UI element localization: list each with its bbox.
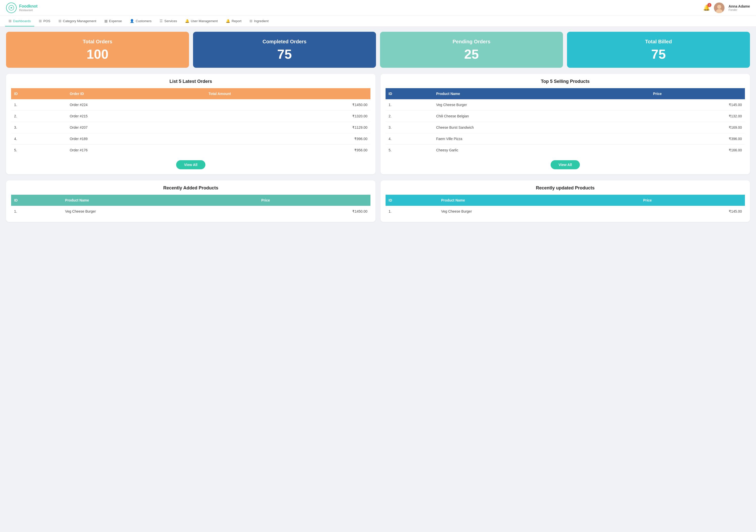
col-tp-price: Price <box>650 88 745 99</box>
cell-product-name: Veg Cheese Burger <box>438 206 640 217</box>
table-row: 1. Order #224 ₹1450.00 <box>11 99 370 111</box>
nav-pos[interactable]: ⊞ POS <box>35 16 54 26</box>
cell-amount: ₹1320.00 <box>206 111 370 122</box>
stat-label-pending-orders: Pending Orders <box>386 39 557 44</box>
svg-point-2 <box>717 5 721 9</box>
stats-grid: Total Orders 100 Completed Orders 75 Pen… <box>6 32 750 68</box>
cell-price: ₹1450.00 <box>258 206 370 217</box>
pos-icon: ⊞ <box>39 19 42 23</box>
top-products-view-all[interactable]: View All <box>551 160 580 169</box>
table-row: 1. Veg Cheese Burger ₹145.00 <box>386 206 745 217</box>
cell-price: ₹166.00 <box>650 145 745 156</box>
nav-label-report: Report <box>231 19 241 23</box>
stat-value-completed-orders: 75 <box>199 48 370 61</box>
top-products-body: 1. Veg Cheese Burger ₹145.00 2. Chili Ch… <box>386 99 745 156</box>
nav-label-expense: Expense <box>109 19 122 23</box>
cell-price: ₹169.00 <box>650 122 745 133</box>
table-row: 1. Veg Cheese Burger ₹145.00 <box>386 99 745 111</box>
recently-added-title: Recently Added Products <box>11 185 370 191</box>
recently-added-section: Recently Added Products ID Product Name … <box>6 180 375 222</box>
notification-badge: 3 <box>707 3 712 7</box>
recently-updated-table: ID Product Name Price 1. Veg Cheese Burg… <box>386 195 745 217</box>
nav-category-management[interactable]: ⊞ Category Management <box>55 16 100 26</box>
nav-user-management[interactable]: 🔔 User Management <box>181 16 221 26</box>
col-ru-id: ID <box>386 195 438 206</box>
logo-text: Foodknot Restaurant <box>19 4 38 12</box>
cell-price: ₹145.00 <box>640 206 745 217</box>
col-id: ID <box>11 88 67 99</box>
nav-label-category: Category Management <box>63 19 96 23</box>
latest-orders-body: 1. Order #224 ₹1450.00 2. Order #215 ₹13… <box>11 99 370 156</box>
category-icon: ⊞ <box>59 19 62 23</box>
top-products-title: Top 5 Selling Products <box>386 79 745 84</box>
stat-pending-orders: Pending Orders 25 <box>380 32 563 68</box>
stat-value-total-billed: 75 <box>573 48 744 61</box>
cell-id: 1. <box>11 206 62 217</box>
cell-product-name: Veg Cheese Burger <box>62 206 258 217</box>
nav-customers[interactable]: 👤 Customers <box>126 16 155 26</box>
nav-label-dashboards: Dashboards <box>13 19 31 23</box>
cell-product-name: Veg Cheese Burger <box>433 99 650 111</box>
nav-label-customers: Customers <box>136 19 151 23</box>
table-row: 5. Order #176 ₹956.00 <box>11 145 370 156</box>
navbar: ⊞ Dashboards ⊞ POS ⊞ Category Management… <box>0 16 756 27</box>
latest-orders-table: ID Order ID Total Amount 1. Order #224 ₹… <box>11 88 370 156</box>
user-role: Fonder <box>729 8 750 11</box>
top-products-section: Top 5 Selling Products ID Product Name P… <box>381 74 750 174</box>
col-order-id: Order ID <box>67 88 206 99</box>
nav-dashboards[interactable]: ⊞ Dashboards <box>5 16 34 26</box>
nav-report[interactable]: 🔔 Report <box>222 16 245 26</box>
header-right: 🔔 3 Anna Adame Fonder <box>703 3 750 13</box>
notification-bell[interactable]: 🔔 3 <box>703 5 710 11</box>
cell-amount: ₹996.00 <box>206 133 370 145</box>
cell-id: 1. <box>11 99 67 111</box>
header: Foodknot Restaurant 🔔 3 Anna Adame Fonde… <box>0 0 756 16</box>
nav-services[interactable]: ☰ Services <box>156 16 180 26</box>
cell-id: 3. <box>11 122 67 133</box>
cell-order-id: Order #215 <box>67 111 206 122</box>
nav-expense[interactable]: ▦ Expense <box>101 16 125 26</box>
col-ra-name: Product Name <box>62 195 258 206</box>
tables-row: List 5 Latest Orders ID Order ID Total A… <box>6 74 750 174</box>
cell-id: 3. <box>386 122 433 133</box>
stat-total-orders: Total Orders 100 <box>6 32 189 68</box>
expense-icon: ▦ <box>104 19 108 23</box>
recently-added-table: ID Product Name Price 1. Veg Cheese Burg… <box>11 195 370 217</box>
logo-icon <box>6 3 17 13</box>
table-row: 3. Cheese Burst Sandwich ₹169.00 <box>386 122 745 133</box>
cell-amount: ₹1450.00 <box>206 99 370 111</box>
cell-id: 1. <box>386 206 438 217</box>
user-name: Anna Adame <box>729 4 750 8</box>
table-row: 1. Veg Cheese Burger ₹1450.00 <box>11 206 370 217</box>
recently-updated-section: Recently updated Products ID Product Nam… <box>381 180 750 222</box>
cell-id: 4. <box>11 133 67 145</box>
latest-orders-view-all[interactable]: View All <box>176 160 206 169</box>
cell-order-id: Order #189 <box>67 133 206 145</box>
top-products-header-row: ID Product Name Price <box>386 88 745 99</box>
table-row: 2. Order #215 ₹1320.00 <box>11 111 370 122</box>
cell-amount: ₹956.00 <box>206 145 370 156</box>
table-row: 3. Order #207 ₹1129.00 <box>11 122 370 133</box>
stat-value-pending-orders: 25 <box>386 48 557 61</box>
cell-id: 5. <box>386 145 433 156</box>
cell-order-id: Order #207 <box>67 122 206 133</box>
nav-label-services: Services <box>164 19 177 23</box>
cell-price: ₹396.00 <box>650 133 745 145</box>
nav-ingredient[interactable]: ⊞ Ingredient <box>246 16 272 26</box>
cell-price: ₹132.00 <box>650 111 745 122</box>
stat-label-total-billed: Total Billed <box>573 39 744 44</box>
stat-label-completed-orders: Completed Orders <box>199 39 370 44</box>
services-icon: ☰ <box>159 19 163 23</box>
table-row: 2. Chili Cheese Belgian ₹132.00 <box>386 111 745 122</box>
cell-product-name: Faem Ville Pizza <box>433 133 650 145</box>
brand-sub: Restaurant <box>19 9 38 12</box>
recently-added-body: 1. Veg Cheese Burger ₹1450.00 <box>11 206 370 217</box>
cell-price: ₹145.00 <box>650 99 745 111</box>
user-info: Anna Adame Fonder <box>729 4 750 11</box>
cell-amount: ₹1129.00 <box>206 122 370 133</box>
col-tp-id: ID <box>386 88 433 99</box>
main-content: Total Orders 100 Completed Orders 75 Pen… <box>0 27 756 227</box>
stat-value-total-orders: 100 <box>12 48 183 61</box>
stat-completed-orders: Completed Orders 75 <box>193 32 376 68</box>
report-icon: 🔔 <box>226 19 230 23</box>
